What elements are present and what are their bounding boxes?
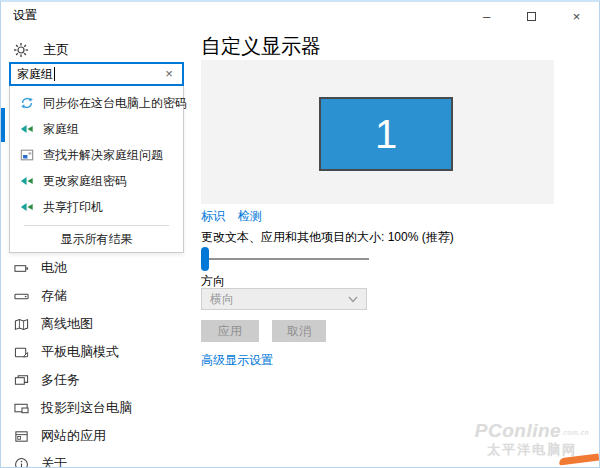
- storage-icon: [14, 289, 29, 304]
- homegroup-icon: [20, 200, 34, 214]
- apply-button[interactable]: 应用: [201, 320, 259, 342]
- maximize-icon[interactable]: [509, 2, 554, 30]
- slider-thumb[interactable]: [201, 247, 209, 271]
- search-value: 家庭组: [17, 66, 53, 83]
- window-controls: – ×: [464, 2, 599, 30]
- sync-icon: [20, 96, 34, 110]
- homegroup-icon: [20, 122, 34, 136]
- search-area: 家庭组 × 同步你在这台电脑上的密码 家庭组: [9, 62, 184, 253]
- window-title: 设置: [13, 7, 37, 24]
- sidebar-item-web-apps[interactable]: 网站的应用: [1, 422, 193, 450]
- project-icon: [14, 401, 29, 416]
- watermark-swoosh: [559, 454, 600, 466]
- suggestion-homegroup[interactable]: 家庭组: [10, 116, 183, 142]
- identify-link[interactable]: 标识: [201, 208, 225, 225]
- battery-icon: [14, 261, 29, 276]
- suggestion-share-printers[interactable]: 共享打印机: [10, 194, 183, 220]
- multitasking-icon: [14, 373, 29, 388]
- monitor-number: 1: [375, 112, 397, 157]
- watermark-subtitle: 太平洋电脑网: [469, 442, 595, 457]
- search-suggestions-dropdown: 同步你在这台电脑上的密码 家庭组 查找并解决家庭组问题: [9, 86, 184, 253]
- maximize-glyph: [527, 12, 536, 21]
- slider-track[interactable]: [201, 258, 369, 260]
- cancel-button[interactable]: 取消: [272, 320, 326, 342]
- sidebar-item-multitasking[interactable]: 多任务: [1, 366, 193, 394]
- pconline-watermark: PConline.com.cn 太平洋电脑网: [469, 422, 595, 457]
- settings-window: 设置 – × 主页 电源和睡眠: [0, 0, 600, 468]
- watermark-brand: PConline: [475, 420, 561, 441]
- troubleshoot-icon: [20, 148, 34, 162]
- suggestion-change-homegroup-password[interactable]: 更改家庭组密码: [10, 168, 183, 194]
- homegroup-icon: [20, 174, 34, 188]
- offline-maps-icon: [14, 317, 29, 332]
- close-icon[interactable]: ×: [554, 2, 599, 30]
- sidebar-item-tablet-mode[interactable]: 平板电脑模式: [1, 338, 193, 366]
- minimize-icon[interactable]: –: [464, 2, 509, 30]
- titlebar: 设置 – ×: [1, 2, 599, 30]
- sidebar-selected-indicator: [1, 108, 5, 142]
- sidebar-item-battery[interactable]: 电池: [1, 254, 193, 282]
- gear-icon: [13, 42, 29, 58]
- orientation-value: 横向: [210, 291, 348, 308]
- display-preview-panel: 1: [201, 60, 554, 204]
- web-apps-icon: [14, 429, 29, 444]
- identify-detect-row: 标识 检测: [201, 208, 262, 225]
- suggestion-sync-passwords[interactable]: 同步你在这台电脑上的密码: [10, 90, 183, 116]
- scaling-label: 更改文本、应用和其他项目的大小: 100% (推荐): [201, 229, 454, 246]
- advanced-display-settings-link[interactable]: 高级显示设置: [201, 352, 273, 369]
- sidebar-item-label: 主页: [43, 41, 69, 59]
- chevron-down-icon: [348, 296, 358, 303]
- about-icon: [14, 457, 29, 468]
- tablet-mode-icon: [14, 345, 29, 360]
- sidebar-item-offline-maps[interactable]: 离线地图: [1, 310, 193, 338]
- text-caret: [54, 67, 55, 81]
- search-input[interactable]: 家庭组 ×: [9, 62, 184, 86]
- scaling-slider[interactable]: [201, 247, 369, 271]
- clear-search-icon[interactable]: ×: [161, 66, 177, 82]
- watermark-suffix: .com.cn: [561, 429, 589, 436]
- sidebar-item-about[interactable]: 关于: [1, 450, 193, 468]
- sidebar-item-projecting[interactable]: 投影到这台电脑: [1, 394, 193, 422]
- orientation-dropdown[interactable]: 横向: [201, 288, 367, 310]
- sidebar-item-storage[interactable]: 存储: [1, 282, 193, 310]
- suggestion-troubleshoot-homegroup[interactable]: 查找并解决家庭组问题: [10, 142, 183, 168]
- show-all-results[interactable]: 显示所有结果: [10, 226, 183, 252]
- monitor-1-preview[interactable]: 1: [319, 97, 453, 171]
- action-buttons: 应用 取消: [201, 320, 326, 342]
- detect-link[interactable]: 检测: [238, 208, 262, 225]
- page-title: 自定义显示器: [201, 33, 321, 60]
